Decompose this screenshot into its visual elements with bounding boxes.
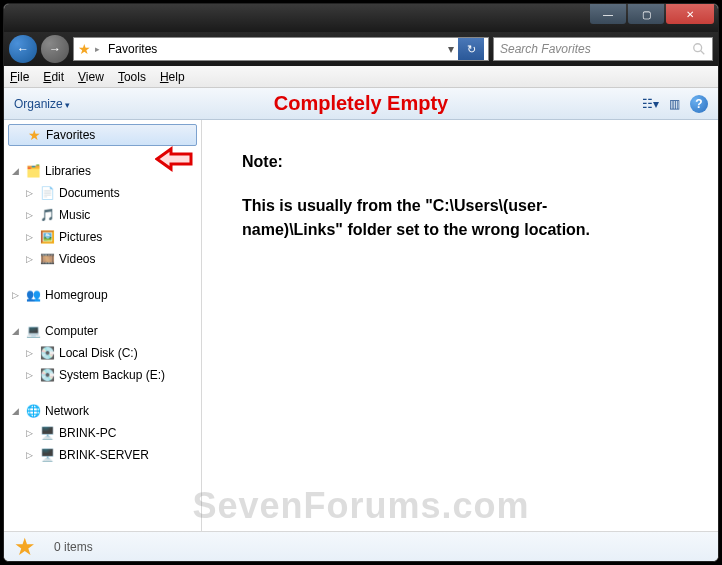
breadcrumb-dropdown[interactable]: ▸: [95, 44, 100, 54]
minimize-button[interactable]: —: [590, 4, 626, 24]
expand-icon[interactable]: ▷: [24, 370, 35, 380]
help-button[interactable]: ?: [690, 95, 708, 113]
svg-line-1: [701, 51, 705, 55]
svg-point-0: [694, 44, 702, 52]
nav-network[interactable]: ◢🌐 Network: [4, 400, 201, 422]
note-heading: Note:: [242, 150, 698, 174]
expand-icon[interactable]: ▷: [24, 450, 35, 460]
nav-label: Favorites: [46, 128, 95, 142]
preview-pane-button[interactable]: ▥: [669, 97, 680, 111]
views-button[interactable]: ☷▾: [642, 97, 659, 111]
menu-help[interactable]: Help: [160, 70, 185, 84]
nav-label: Local Disk (C:): [59, 346, 138, 360]
nav-label: BRINK-PC: [59, 426, 116, 440]
nav-label: Network: [45, 404, 89, 418]
address-bar[interactable]: ★ ▸ Favorites ▾ ↻: [73, 37, 489, 61]
nav-label: Documents: [59, 186, 120, 200]
disk-icon: 💽: [39, 345, 55, 361]
disk-icon: 💽: [39, 367, 55, 383]
music-icon: 🎵: [39, 207, 55, 223]
breadcrumb[interactable]: Favorites: [104, 40, 161, 58]
nav-toolbar: ← → ★ ▸ Favorites ▾ ↻ Search Favorites: [4, 32, 718, 66]
menu-view[interactable]: View: [78, 70, 104, 84]
expand-icon[interactable]: ▷: [24, 428, 35, 438]
forward-button[interactable]: →: [41, 35, 69, 63]
nav-homegroup[interactable]: ▷👥 Homegroup: [4, 284, 201, 306]
titlebar: — ▢ ✕: [4, 4, 718, 32]
documents-icon: 📄: [39, 185, 55, 201]
nav-brink-pc[interactable]: ▷🖥️ BRINK-PC: [4, 422, 201, 444]
network-icon: 🌐: [25, 403, 41, 419]
annotation-headline: Completely Empty: [274, 92, 448, 115]
homegroup-icon: 👥: [25, 287, 41, 303]
expand-icon[interactable]: ◢: [10, 166, 21, 176]
nav-videos[interactable]: ▷🎞️ Videos: [4, 248, 201, 270]
expand-icon[interactable]: ▷: [24, 232, 35, 242]
nav-libraries[interactable]: ◢🗂️ Libraries: [4, 160, 201, 182]
item-count: 0 items: [54, 540, 93, 554]
star-icon: ★: [26, 127, 42, 143]
nav-favorites[interactable]: ★ Favorites: [8, 124, 197, 146]
file-list-pane: Note: This is usually from the "C:\Users…: [202, 120, 718, 531]
pc-icon: 🖥️: [39, 447, 55, 463]
nav-label: Pictures: [59, 230, 102, 244]
maximize-button[interactable]: ▢: [628, 4, 664, 24]
nav-label: BRINK-SERVER: [59, 448, 149, 462]
menu-bar: File Edit View Tools Help: [4, 66, 718, 88]
libraries-icon: 🗂️: [25, 163, 41, 179]
refresh-button[interactable]: ↻: [458, 38, 484, 60]
nav-pictures[interactable]: ▷🖼️ Pictures: [4, 226, 201, 248]
nav-label: Homegroup: [45, 288, 108, 302]
star-icon: ★: [78, 41, 91, 57]
command-bar: Organize Completely Empty ☷▾ ▥ ?: [4, 88, 718, 120]
expand-icon[interactable]: ▷: [24, 210, 35, 220]
back-button[interactable]: ←: [9, 35, 37, 63]
nav-local-disk[interactable]: ▷💽 Local Disk (C:): [4, 342, 201, 364]
search-box[interactable]: Search Favorites: [493, 37, 713, 61]
star-icon: ★: [14, 533, 36, 561]
computer-icon: 💻: [25, 323, 41, 339]
menu-edit[interactable]: Edit: [43, 70, 64, 84]
close-button[interactable]: ✕: [666, 4, 714, 24]
status-bar: ★ 0 items: [4, 531, 718, 561]
expand-icon[interactable]: ◢: [10, 406, 21, 416]
search-placeholder: Search Favorites: [500, 42, 591, 56]
nav-label: Music: [59, 208, 90, 222]
note-body: This is usually from the "C:\Users\(user…: [242, 194, 622, 242]
nav-computer[interactable]: ◢💻 Computer: [4, 320, 201, 342]
expand-icon[interactable]: ▷: [24, 254, 35, 264]
address-dropdown-icon[interactable]: ▾: [448, 42, 454, 56]
organize-button[interactable]: Organize: [14, 97, 70, 111]
search-icon: [692, 42, 706, 56]
videos-icon: 🎞️: [39, 251, 55, 267]
expand-icon[interactable]: ▷: [10, 290, 21, 300]
menu-tools[interactable]: Tools: [118, 70, 146, 84]
navigation-pane[interactable]: ★ Favorites ◢🗂️ Libraries ▷📄 Documents ▷…: [4, 120, 202, 531]
nav-music[interactable]: ▷🎵 Music: [4, 204, 201, 226]
explorer-window: — ▢ ✕ ← → ★ ▸ Favorites ▾ ↻ Search Favor…: [3, 3, 719, 562]
pc-icon: 🖥️: [39, 425, 55, 441]
menu-file[interactable]: File: [10, 70, 29, 84]
expand-icon[interactable]: ◢: [10, 326, 21, 336]
content-area: ★ Favorites ◢🗂️ Libraries ▷📄 Documents ▷…: [4, 120, 718, 531]
nav-documents[interactable]: ▷📄 Documents: [4, 182, 201, 204]
pictures-icon: 🖼️: [39, 229, 55, 245]
nav-label: Computer: [45, 324, 98, 338]
expand-icon[interactable]: ▷: [24, 188, 35, 198]
nav-system-backup[interactable]: ▷💽 System Backup (E:): [4, 364, 201, 386]
nav-label: Videos: [59, 252, 95, 266]
nav-brink-server[interactable]: ▷🖥️ BRINK-SERVER: [4, 444, 201, 466]
nav-label: System Backup (E:): [59, 368, 165, 382]
expand-icon[interactable]: ▷: [24, 348, 35, 358]
nav-label: Libraries: [45, 164, 91, 178]
